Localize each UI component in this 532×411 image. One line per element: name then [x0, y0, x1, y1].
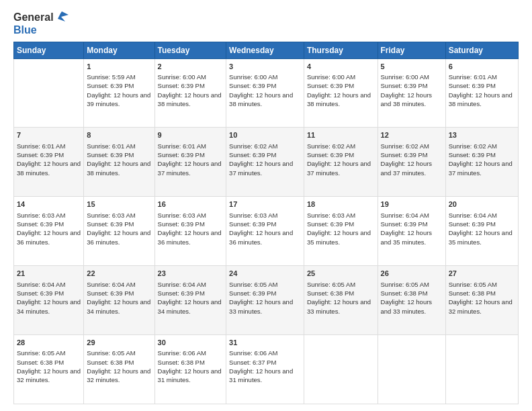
sunrise-text: Sunrise: 6:06 AM — [158, 349, 206, 357]
day-number: 6 — [449, 62, 515, 72]
sunset-text: Sunset: 6:39 PM — [449, 220, 496, 228]
sunset-text: Sunset: 6:39 PM — [158, 289, 205, 297]
header-cell-thursday: Thursday — [304, 42, 378, 58]
sunset-text: Sunset: 6:38 PM — [449, 289, 496, 297]
daylight-text: Daylight: 12 hours and 35 minutes. — [307, 229, 371, 245]
sunset-text: Sunset: 6:37 PM — [229, 359, 276, 366]
day-number: 22 — [87, 269, 151, 279]
sunrise-text: Sunrise: 6:04 AM — [17, 281, 65, 288]
sunset-text: Sunset: 6:39 PM — [158, 151, 205, 158]
day-number: 19 — [381, 199, 443, 210]
calendar-body: 1Sunrise: 5:59 AMSunset: 6:39 PMDaylight… — [14, 58, 519, 404]
daylight-text: Daylight: 12 hours and 38 minutes. — [17, 160, 81, 176]
day-cell: 7Sunrise: 6:01 AMSunset: 6:39 PMDaylight… — [14, 128, 84, 197]
header-cell-tuesday: Tuesday — [154, 42, 226, 58]
day-cell: 16Sunrise: 6:03 AMSunset: 6:39 PMDayligh… — [154, 197, 226, 266]
sunset-text: Sunset: 6:38 PM — [87, 359, 134, 366]
header-row: SundayMondayTuesdayWednesdayThursdayFrid… — [14, 42, 519, 58]
day-cell: 19Sunrise: 6:04 AMSunset: 6:39 PMDayligh… — [378, 197, 445, 266]
week-row-4: 21Sunrise: 6:04 AMSunset: 6:39 PMDayligh… — [14, 266, 519, 335]
day-number: 17 — [229, 199, 301, 210]
calendar-header: SundayMondayTuesdayWednesdayThursdayFrid… — [14, 42, 519, 58]
sunrise-text: Sunrise: 6:05 AM — [87, 349, 135, 357]
daylight-text: Daylight: 12 hours and 35 minutes. — [381, 229, 433, 245]
day-cell: 5Sunrise: 6:00 AMSunset: 6:39 PMDaylight… — [378, 58, 445, 128]
day-number: 12 — [381, 130, 443, 140]
sunset-text: Sunset: 6:39 PM — [229, 82, 276, 89]
day-cell: 26Sunrise: 6:05 AMSunset: 6:38 PMDayligh… — [378, 266, 445, 335]
sunrise-text: Sunrise: 6:03 AM — [17, 212, 65, 219]
daylight-text: Daylight: 12 hours and 38 minutes. — [449, 91, 513, 107]
daylight-text: Daylight: 12 hours and 34 minutes. — [17, 298, 81, 314]
daylight-text: Daylight: 12 hours and 37 minutes. — [449, 160, 513, 176]
header-cell-friday: Friday — [378, 42, 445, 58]
sunset-text: Sunset: 6:39 PM — [229, 220, 276, 228]
day-cell: 4Sunrise: 6:00 AMSunset: 6:39 PMDaylight… — [304, 58, 378, 128]
daylight-text: Daylight: 12 hours and 31 minutes. — [229, 367, 293, 383]
day-number: 11 — [307, 130, 375, 140]
week-row-2: 7Sunrise: 6:01 AMSunset: 6:39 PMDaylight… — [14, 128, 519, 197]
day-cell: 23Sunrise: 6:04 AMSunset: 6:39 PMDayligh… — [154, 266, 226, 335]
daylight-text: Daylight: 12 hours and 36 minutes. — [87, 229, 150, 245]
sunset-text: Sunset: 6:39 PM — [17, 220, 64, 228]
day-number: 7 — [17, 130, 81, 140]
sunset-text: Sunset: 6:39 PM — [449, 151, 496, 158]
logo-bird-icon — [55, 11, 70, 24]
day-cell: 15Sunrise: 6:03 AMSunset: 6:39 PMDayligh… — [84, 197, 154, 266]
sunset-text: Sunset: 6:39 PM — [307, 82, 354, 89]
sunset-text: Sunset: 6:39 PM — [87, 289, 134, 297]
daylight-text: Daylight: 12 hours and 38 minutes. — [381, 91, 433, 107]
daylight-text: Daylight: 12 hours and 38 minutes. — [229, 91, 293, 107]
header-cell-saturday: Saturday — [445, 42, 518, 58]
day-cell: 25Sunrise: 6:05 AMSunset: 6:38 PMDayligh… — [304, 266, 378, 335]
sunrise-text: Sunrise: 6:00 AM — [158, 73, 206, 81]
sunrise-text: Sunrise: 6:04 AM — [87, 281, 135, 288]
sunset-text: Sunset: 6:39 PM — [87, 82, 134, 89]
daylight-text: Daylight: 12 hours and 36 minutes. — [17, 229, 81, 245]
daylight-text: Daylight: 12 hours and 36 minutes. — [158, 229, 222, 245]
day-cell: 27Sunrise: 6:05 AMSunset: 6:38 PMDayligh… — [445, 266, 518, 335]
day-number: 20 — [449, 199, 515, 210]
header-cell-wednesday: Wednesday — [226, 42, 304, 58]
sunrise-text: Sunrise: 6:02 AM — [307, 142, 355, 150]
day-cell: 11Sunrise: 6:02 AMSunset: 6:39 PMDayligh… — [304, 128, 378, 197]
daylight-text: Daylight: 12 hours and 32 minutes. — [87, 367, 150, 383]
logo: General Blue — [13, 11, 70, 36]
sunrise-text: Sunrise: 6:01 AM — [449, 73, 497, 81]
day-cell: 2Sunrise: 6:00 AMSunset: 6:39 PMDaylight… — [154, 58, 226, 128]
day-cell — [304, 335, 378, 404]
daylight-text: Daylight: 12 hours and 38 minutes. — [307, 91, 371, 107]
day-cell: 3Sunrise: 6:00 AMSunset: 6:39 PMDaylight… — [226, 58, 304, 128]
day-number: 5 — [381, 62, 443, 72]
day-cell: 1Sunrise: 5:59 AMSunset: 6:39 PMDaylight… — [84, 58, 154, 128]
page: General Blue SundayMondayTuesdayWednesda… — [0, 0, 532, 411]
sunrise-text: Sunrise: 6:02 AM — [449, 142, 497, 150]
daylight-text: Daylight: 12 hours and 32 minutes. — [17, 367, 81, 383]
sunrise-text: Sunrise: 6:06 AM — [229, 349, 277, 357]
sunset-text: Sunset: 6:39 PM — [381, 151, 428, 158]
day-number: 31 — [229, 338, 301, 348]
daylight-text: Daylight: 12 hours and 37 minutes. — [229, 160, 293, 176]
day-cell: 12Sunrise: 6:02 AMSunset: 6:39 PMDayligh… — [378, 128, 445, 197]
sunset-text: Sunset: 6:39 PM — [381, 220, 428, 228]
logo-wordmark: General Blue — [13, 11, 70, 36]
day-cell: 24Sunrise: 6:05 AMSunset: 6:39 PMDayligh… — [226, 266, 304, 335]
sunrise-text: Sunrise: 6:05 AM — [17, 349, 65, 357]
logo-blue: Blue — [13, 24, 37, 36]
sunrise-text: Sunrise: 6:04 AM — [381, 212, 429, 219]
day-cell: 18Sunrise: 6:03 AMSunset: 6:39 PMDayligh… — [304, 197, 378, 266]
sunrise-text: Sunrise: 6:04 AM — [449, 212, 497, 219]
header: General Blue — [13, 11, 519, 36]
day-number: 15 — [87, 199, 151, 210]
sunrise-text: Sunrise: 6:01 AM — [87, 142, 135, 150]
sunset-text: Sunset: 6:38 PM — [381, 289, 428, 297]
sunset-text: Sunset: 6:39 PM — [229, 289, 276, 297]
daylight-text: Daylight: 12 hours and 34 minutes. — [87, 298, 150, 314]
sunset-text: Sunset: 6:38 PM — [307, 289, 354, 297]
daylight-text: Daylight: 12 hours and 37 minutes. — [307, 160, 371, 176]
day-cell: 17Sunrise: 6:03 AMSunset: 6:39 PMDayligh… — [226, 197, 304, 266]
day-cell: 20Sunrise: 6:04 AMSunset: 6:39 PMDayligh… — [445, 197, 518, 266]
day-number: 23 — [158, 269, 224, 279]
day-number: 16 — [158, 199, 224, 210]
header-cell-monday: Monday — [84, 42, 154, 58]
